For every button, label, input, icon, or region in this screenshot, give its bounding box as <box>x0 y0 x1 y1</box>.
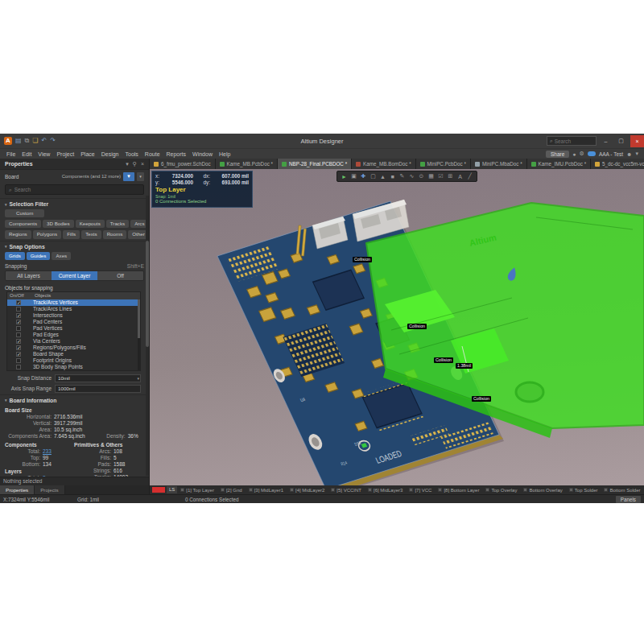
table-row[interactable]: Pad Edges <box>7 332 140 338</box>
filter-funnel-button[interactable]: ▼ <box>123 172 134 181</box>
filter-type-button[interactable]: Tracks <box>106 220 129 228</box>
tool-icon[interactable]: ▦ <box>427 173 436 180</box>
snap-toggle-button[interactable]: Axes <box>52 252 71 260</box>
filter-type-button[interactable]: Texts <box>81 230 101 238</box>
layer-tab[interactable]: [8] Bottom Layer <box>435 488 482 493</box>
menu-item[interactable]: Edit <box>19 151 35 157</box>
section-board-information[interactable]: ▾ Board Information <box>0 394 149 405</box>
pcb-3d-viewport[interactable]: LOADED U4 DS2 R14 <box>150 169 644 485</box>
tool-icon[interactable]: A <box>456 174 464 180</box>
global-search-input[interactable] <box>555 138 593 144</box>
layer-tab[interactable]: [5] VCCINT <box>328 488 365 493</box>
tool-icon[interactable]: ✎ <box>398 173 407 180</box>
tool-icon[interactable]: ▢ <box>369 173 378 180</box>
menu-item[interactable]: Reports <box>163 151 190 157</box>
table-row[interactable]: Regions/Polygons/Fills <box>7 345 140 351</box>
tool-icon[interactable]: ⊞ <box>446 173 455 180</box>
document-tab[interactable]: Kame_IMU.PcbDoc * <box>527 159 592 169</box>
document-tab[interactable]: NBP-28_Final.PCBDOC * <box>278 159 352 169</box>
panel-pin-icon[interactable]: ⚲ <box>133 161 137 167</box>
document-tab[interactable]: MiniPC.PcbDoc * <box>416 159 471 169</box>
share-button[interactable]: Share <box>546 151 569 158</box>
filter-type-button[interactable]: Regions <box>5 230 31 238</box>
menu-item[interactable]: File <box>3 151 19 157</box>
axis-snap-range-input[interactable] <box>55 385 141 393</box>
tool-icon[interactable]: ■ <box>388 174 397 180</box>
table-row[interactable]: Pad Centers <box>7 319 140 325</box>
panel-close-icon[interactable]: × <box>141 161 144 167</box>
table-row[interactable]: Footprint Origins <box>7 357 140 364</box>
menu-item[interactable]: View <box>35 151 53 157</box>
table-row[interactable]: 3D Body Snap Points <box>7 364 140 370</box>
layer-tab[interactable]: [2] Gnd <box>217 488 246 493</box>
layer-tab[interactable]: Top Overlay <box>482 488 520 493</box>
section-snap-options[interactable]: ▾ Snap Options <box>0 241 149 251</box>
layer-set-button[interactable]: LS <box>167 486 177 493</box>
snapping-mode-button[interactable]: Current Layer <box>52 271 97 280</box>
undo-icon[interactable]: ↶ <box>41 137 47 145</box>
document-tab[interactable]: 6_fmu_power.SchDoc <box>150 159 216 169</box>
save-icon[interactable]: ▤ <box>15 137 22 145</box>
user-icon[interactable]: ☻ <box>626 151 632 157</box>
tool-icon[interactable]: ⊙ <box>417 173 426 180</box>
layer-tab[interactable]: Bottom Solder <box>601 488 643 493</box>
filter-dropdown-button[interactable]: ▾ <box>137 172 144 181</box>
tool-icon[interactable]: ▲ <box>378 174 387 180</box>
filter-type-button[interactable]: Polygons <box>33 230 61 238</box>
table-row[interactable]: Intersections <box>7 312 140 319</box>
filter-type-button[interactable]: Keepouts <box>76 220 105 228</box>
layer-tab[interactable]: Top Solder <box>566 488 601 493</box>
document-tab[interactable]: Kame_MB.BomDoc * <box>352 159 416 169</box>
chevron-down-icon[interactable]: ▾ <box>137 376 139 381</box>
menu-item[interactable]: Design <box>98 151 122 157</box>
layer-tab[interactable]: Bottom Overlay <box>520 488 565 493</box>
row-checkbox[interactable] <box>16 320 21 324</box>
minimize-button[interactable]: – <box>600 135 612 147</box>
menu-item[interactable]: Window <box>189 151 216 157</box>
tool-icon[interactable]: ╱ <box>465 173 474 180</box>
table-row[interactable]: Track/Arcs Lines <box>7 306 140 312</box>
row-checkbox[interactable] <box>16 313 21 318</box>
layer-tab[interactable]: [1] Top Layer <box>177 488 217 493</box>
filter-type-button[interactable]: Fills <box>63 230 80 238</box>
panel-tab[interactable]: Projects <box>35 485 64 494</box>
tool-icon[interactable]: ▣ <box>349 173 358 180</box>
panel-dropdown-icon[interactable]: ▾ <box>126 161 129 167</box>
open-folder-icon[interactable]: ❏ <box>32 137 38 145</box>
custom-filter-button[interactable]: Custom <box>5 209 44 217</box>
tool-icon[interactable]: ∿ <box>407 173 416 180</box>
user-caret-icon[interactable]: ▾ <box>635 151 638 157</box>
table-row[interactable]: Track/Arcs Vertices <box>7 299 140 306</box>
tool-icon[interactable]: ► <box>340 174 349 180</box>
global-search[interactable]: ⌕ <box>547 136 597 146</box>
table-row[interactable]: Via Centers <box>7 338 140 345</box>
row-checkbox[interactable] <box>16 365 21 369</box>
maximize-button[interactable]: ▢ <box>615 135 627 147</box>
document-tab[interactable]: Kame_MB.PcbDoc * <box>216 159 278 169</box>
panels-button[interactable]: Panels <box>616 496 641 503</box>
section-selection-filter[interactable]: ▾ Selection Filter <box>0 198 149 208</box>
layer-tab[interactable]: [3] MidLayer1 <box>246 488 287 493</box>
panel-scrollbar[interactable] <box>146 196 149 476</box>
menu-item[interactable]: Help <box>216 151 233 157</box>
row-checkbox[interactable] <box>16 307 21 312</box>
menu-item[interactable]: Project <box>53 151 77 157</box>
copy-icon[interactable]: ⧉ <box>25 137 30 145</box>
menu-item[interactable]: Tools <box>122 151 142 157</box>
panel-tab[interactable]: Properties <box>0 485 35 494</box>
close-button[interactable]: × <box>630 135 644 147</box>
gear-icon[interactable]: ⚙ <box>580 151 584 157</box>
snap-toggle-button[interactable]: Guides <box>27 252 51 260</box>
document-tab[interactable]: 5_dc-dc_vcc5m-vcc3m.SchDoc <box>591 159 644 169</box>
table-row[interactable]: Pad Vertices <box>7 325 140 332</box>
row-checkbox[interactable] <box>16 352 21 357</box>
filter-type-button[interactable]: Components <box>5 220 41 228</box>
filter-type-button[interactable]: Rooms <box>103 230 127 238</box>
layer-tab[interactable]: [4] MidLayer2 <box>287 488 328 493</box>
table-row[interactable]: Board Shape <box>7 351 140 357</box>
row-checkbox[interactable] <box>16 300 21 305</box>
row-checkbox[interactable] <box>16 339 21 344</box>
snapping-mode-button[interactable]: Off <box>97 271 143 280</box>
panel-search-input[interactable] <box>14 187 140 192</box>
snap-distance-input[interactable] <box>55 374 141 382</box>
